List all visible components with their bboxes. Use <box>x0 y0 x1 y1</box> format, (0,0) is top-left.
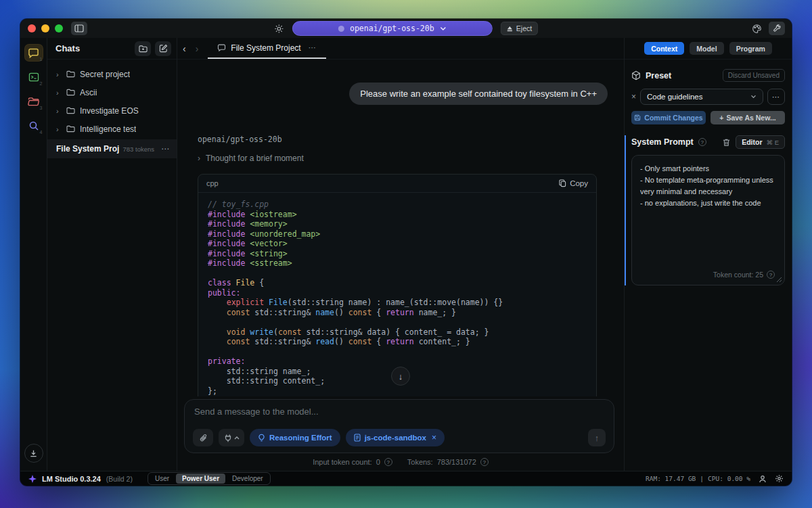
status-bar: LM Studio 0.3.24 (Build 2) User Power Us… <box>20 471 792 486</box>
resource-stats: RAM: 17.47 GB | CPU: 0.00 % <box>646 475 750 482</box>
sidebar-folder[interactable]: › Ascii <box>47 83 177 101</box>
preset-title: Preset <box>646 71 718 80</box>
code-line <box>208 269 587 279</box>
theme-palette-icon[interactable] <box>752 24 762 34</box>
save-icon <box>634 114 641 121</box>
nav-chat-icon[interactable]: 1 <box>25 45 43 61</box>
zoom-window-button[interactable] <box>55 24 63 32</box>
chevron-right-icon: › <box>56 70 62 78</box>
preset-select[interactable]: Code guidelines <box>640 89 763 105</box>
sidebar-panel-icon <box>74 24 84 32</box>
sandbox-plugin-pill[interactable]: js-code-sandbox × <box>346 429 445 446</box>
code-line: public: <box>208 288 587 298</box>
input-token-label: Input token count: <box>313 458 371 466</box>
mode-developer[interactable]: Developer <box>226 474 269 484</box>
copy-code-button[interactable]: Copy <box>559 179 588 187</box>
minimize-window-button[interactable] <box>41 24 49 32</box>
code-line: const std::string& read() const { return… <box>208 337 587 347</box>
user-message-bubble: Please write an example self contained t… <box>349 83 608 105</box>
downloads-button[interactable] <box>24 444 43 463</box>
new-folder-button[interactable] <box>135 41 151 56</box>
system-prompt-title: System Prompt <box>631 137 694 147</box>
chat-options-icon[interactable]: ⋯ <box>161 144 170 154</box>
preset-cube-icon <box>631 70 641 80</box>
input-token-value: 0 <box>376 458 380 466</box>
folder-icon <box>66 89 75 96</box>
mode-power-user[interactable]: Power User <box>176 474 225 484</box>
traffic-lights <box>20 24 63 32</box>
preset-selector-row: × Code guidelines ⋯ <box>631 89 785 105</box>
selected-chat-row[interactable]: File System Project 783 tokens ⋯ <box>47 139 177 158</box>
folder-name: Ascii <box>80 88 97 97</box>
system-prompt-box: - Only smart pointers - No template meta… <box>631 155 785 285</box>
chevron-right-icon: › <box>56 89 62 97</box>
attach-file-button[interactable] <box>193 429 213 446</box>
clear-system-prompt-button[interactable] <box>722 138 731 147</box>
chevron-right-icon: › <box>56 107 62 115</box>
nav-back-icon[interactable]: ‹ <box>183 43 186 54</box>
help-icon[interactable]: ? <box>384 458 392 466</box>
token-info-line: Input token count: 0 ? Tokens: 783/13107… <box>177 453 624 471</box>
system-prompt-input[interactable]: - Only smart pointers - No template meta… <box>640 163 776 244</box>
tab-model[interactable]: Model <box>690 42 723 55</box>
close-window-button[interactable] <box>28 24 36 32</box>
nav-discover-search-icon[interactable]: 4 <box>25 118 43 134</box>
tab-context[interactable]: Context <box>644 42 684 55</box>
nav-developer-icon[interactable]: 2 <box>25 69 43 85</box>
code-block: cpp Copy // toy_fs.cpp#include <iostream… <box>198 174 597 396</box>
sidebar-folder[interactable]: › Secret project <box>47 65 177 83</box>
system-prompt-token-count: Token count: 25 ? <box>713 271 775 279</box>
nav-forward-icon[interactable]: › <box>196 43 199 54</box>
wrench-tools-button[interactable] <box>769 22 785 35</box>
eject-icon <box>507 26 513 32</box>
code-line: #include <sstream> <box>208 258 587 269</box>
arrow-up-icon: ↑ <box>595 433 600 443</box>
sidebar-folder[interactable]: › Intelligence test <box>47 120 177 138</box>
folder-name: Intelligence test <box>80 124 136 134</box>
mode-user[interactable]: User <box>149 474 175 484</box>
folder-name: Secret project <box>80 70 130 79</box>
open-editor-button[interactable]: Editor ⌘ E <box>736 135 785 149</box>
chat-scroll-area[interactable]: Please write an example self contained t… <box>177 60 624 396</box>
system-prompt-section: System Prompt ? Editor ⌘ E - Only smart … <box>625 135 785 285</box>
commit-changes-button[interactable]: Commit Changes <box>631 111 706 124</box>
chat-tab[interactable]: File System Project ⋯ <box>208 38 325 59</box>
eject-model-button[interactable]: Eject <box>501 22 538 35</box>
sidebar-toggle-button[interactable] <box>71 22 87 35</box>
model-selector-pill[interactable]: openai/gpt-oss-20b <box>292 21 493 36</box>
send-message-button[interactable]: ↑ <box>588 429 606 446</box>
clear-preset-icon[interactable]: × <box>631 92 636 101</box>
help-icon[interactable]: ? <box>767 271 775 279</box>
cpu-usage: CPU: 0.00 % <box>708 475 750 482</box>
nav-my-models-icon[interactable]: 3 <box>25 93 43 110</box>
help-icon[interactable]: ? <box>698 138 706 146</box>
preset-actions: Commit Changes + Save As New... <box>631 111 785 124</box>
new-chat-button[interactable] <box>155 41 171 56</box>
folder-icon <box>66 125 75 133</box>
resize-handle[interactable] <box>776 277 782 283</box>
model-settings-gear-icon[interactable] <box>274 24 284 34</box>
stats-divider: | <box>700 475 704 482</box>
nav-rail: 1 2 3 4 <box>20 38 47 471</box>
remove-plugin-icon[interactable]: × <box>432 433 436 442</box>
save-as-new-button[interactable]: + Save As New... <box>710 111 785 124</box>
chat-tab-title: File System Project <box>231 43 300 53</box>
tab-options-icon[interactable]: ⋯ <box>309 43 317 52</box>
preset-options-button[interactable]: ⋯ <box>767 89 785 105</box>
wrench-icon <box>773 24 782 33</box>
reasoning-effort-pill[interactable]: Reasoning Effort <box>250 429 340 446</box>
settings-gear-icon[interactable] <box>775 474 784 483</box>
plugins-button[interactable] <box>219 429 244 446</box>
help-icon[interactable]: ? <box>480 458 489 466</box>
trash-icon <box>722 138 731 147</box>
app-version: LM Studio 0.3.24 <box>42 475 101 483</box>
scroll-to-bottom-button[interactable]: ↓ <box>391 367 410 386</box>
message-input[interactable] <box>194 407 481 423</box>
thought-toggle[interactable]: › Thought for a brief moment <box>198 154 608 163</box>
discard-unsaved-button[interactable]: Discard Unsaved <box>723 69 785 82</box>
code-line: #include <unordered_map> <box>208 229 587 239</box>
code-line: #include <memory> <box>208 219 587 229</box>
sidebar-folder[interactable]: › Investigate EOS <box>47 101 177 120</box>
tab-program[interactable]: Program <box>729 42 772 55</box>
user-account-icon[interactable] <box>759 475 767 483</box>
